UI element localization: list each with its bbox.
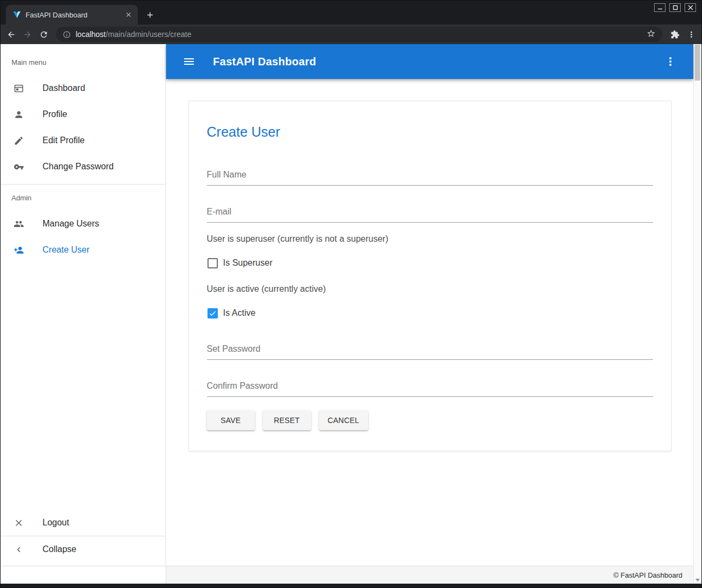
browser-viewport: Main menu Dashboard Profile — [1, 44, 701, 584]
close-icon — [14, 518, 24, 528]
back-icon[interactable] — [4, 27, 18, 41]
sidebar-item-change-password[interactable]: Change Password — [1, 154, 166, 180]
vuetify-favicon-icon — [13, 10, 21, 19]
person-add-icon — [14, 245, 24, 255]
check-icon — [209, 309, 217, 317]
confirm-password-field — [207, 379, 653, 397]
active-hint: User is active (currently active) — [207, 283, 653, 296]
person-icon — [14, 109, 24, 120]
sidebar-item-logout[interactable]: Logout — [1, 510, 166, 536]
sidebar-item-label: Create User — [42, 245, 89, 255]
sidebar-item-label: Edit Profile — [42, 136, 84, 145]
sidebar-item-label: Collapse — [42, 544, 76, 554]
sidebar-item-label: Dashboard — [42, 83, 85, 93]
footer-sidebar-strip — [1, 566, 166, 584]
sidebar-item-profile[interactable]: Profile — [1, 101, 166, 127]
email-field — [207, 205, 653, 223]
superuser-checkbox-label: Is Superuser — [223, 258, 273, 268]
cancel-button[interactable]: CANCEL — [319, 411, 368, 430]
tab-close-icon[interactable] — [124, 10, 133, 20]
hamburger-menu-icon[interactable] — [179, 52, 199, 71]
reset-button[interactable]: RESET — [263, 411, 311, 430]
sidebar-item-edit-profile[interactable]: Edit Profile — [1, 127, 166, 154]
reload-icon[interactable] — [36, 27, 51, 41]
sidebar-main-menu-header: Main menu — [1, 49, 166, 75]
email-input[interactable] — [207, 205, 653, 222]
forward-icon[interactable] — [20, 27, 34, 41]
window-controls — [654, 3, 696, 12]
url-path: /main/admin/users/create — [106, 30, 191, 39]
pencil-icon — [14, 136, 24, 146]
confirm-password-input[interactable] — [207, 379, 653, 396]
browser-toolbar: localhost/main/admin/users/create — [1, 24, 701, 44]
save-button[interactable]: SAVE — [207, 411, 255, 430]
browser-tab[interactable]: FastAPI Dashboard — [6, 5, 138, 24]
sidebar-item-label: Profile — [42, 109, 67, 119]
scrollbar-down-arrow-icon[interactable] — [695, 579, 700, 581]
sidebar-item-collapse[interactable]: Collapse — [1, 536, 166, 562]
superuser-hint: User is superuser (currently is not a su… — [207, 232, 653, 246]
browser-titlebar: FastAPI Dashboard — [1, 1, 701, 24]
browser-menu-icon[interactable] — [684, 27, 698, 41]
sidebar-item-dashboard[interactable]: Dashboard — [1, 75, 166, 101]
password-field — [207, 342, 653, 360]
close-button[interactable] — [685, 3, 696, 12]
bookmark-star-icon[interactable] — [646, 29, 656, 40]
password-input[interactable] — [207, 342, 653, 359]
appbar-kebab-menu-icon[interactable] — [661, 52, 680, 71]
full-name-input[interactable] — [207, 168, 653, 185]
sidebar-item-label: Logout — [42, 518, 69, 528]
extensions-icon[interactable] — [668, 27, 682, 41]
sidebar-item-manage-users[interactable]: Manage Users — [1, 211, 166, 237]
superuser-checkbox[interactable] — [207, 258, 218, 268]
active-checkbox[interactable] — [207, 308, 218, 318]
sidebar-item-label: Change Password — [42, 162, 114, 171]
minimize-button[interactable] — [654, 3, 666, 12]
sidebar-admin-header: Admin — [1, 185, 166, 211]
site-info-icon[interactable] — [63, 30, 71, 39]
create-user-card: Create User User is superuser (currently… — [188, 101, 672, 451]
browser-window: FastAPI Dashboard — [0, 0, 702, 588]
window-bottom-frame — [1, 584, 701, 587]
tab-title: FastAPI Dashboard — [26, 11, 119, 19]
scrollbar[interactable] — [693, 44, 701, 584]
page-content: Create User User is superuser (currently… — [166, 79, 693, 566]
sidebar: Main menu Dashboard Profile — [1, 44, 166, 566]
url-host: localhost — [76, 30, 106, 39]
key-icon — [14, 162, 24, 172]
people-icon — [14, 219, 24, 229]
page-title: Create User — [207, 123, 653, 140]
copyright-text: © FastAPI Dashboard — [166, 571, 693, 579]
scrollbar-thumb[interactable] — [695, 45, 700, 81]
app-bar: FastAPI Dashboard — [166, 44, 693, 79]
chevron-left-icon — [14, 544, 24, 555]
active-checkbox-row[interactable]: Is Active — [207, 300, 653, 326]
sidebar-item-create-user[interactable]: Create User — [1, 237, 166, 263]
active-checkbox-label: Is Active — [223, 308, 256, 318]
sidebar-item-label: Manage Users — [42, 219, 99, 229]
page-footer: © FastAPI Dashboard — [1, 566, 693, 584]
superuser-checkbox-row[interactable]: Is Superuser — [207, 250, 653, 276]
maximize-button[interactable] — [669, 3, 681, 12]
new-tab-button[interactable] — [142, 7, 157, 22]
url-text[interactable]: localhost/main/admin/users/create — [76, 30, 642, 39]
appbar-title: FastAPI Dashboard — [213, 56, 316, 68]
dashboard-icon — [14, 83, 24, 94]
url-bar[interactable]: localhost/main/admin/users/create — [56, 27, 662, 42]
full-name-field — [207, 168, 653, 186]
form-actions: SAVE RESET CANCEL — [207, 411, 653, 430]
